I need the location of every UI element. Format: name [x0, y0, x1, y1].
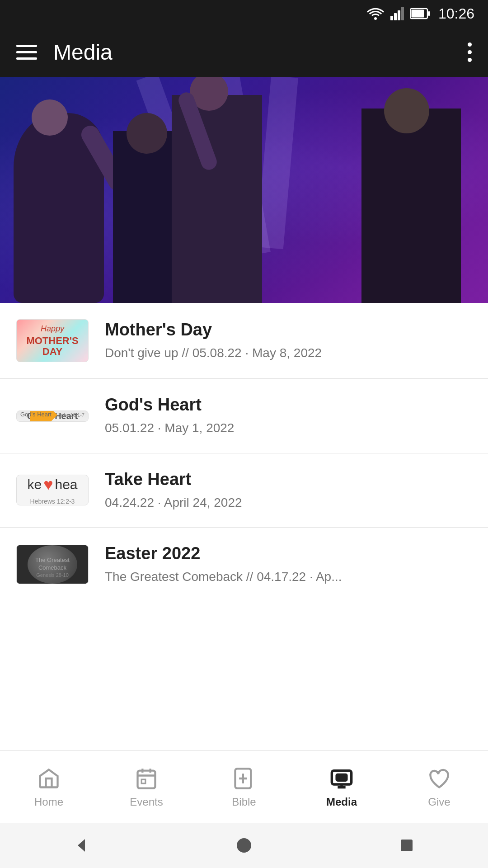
svg-rect-2 — [394, 13, 397, 20]
status-bar: 10:26 — [0, 0, 488, 27]
svg-point-0 — [374, 17, 377, 20]
more-options-button[interactable] — [468, 42, 472, 62]
media-item-easter-2022[interactable]: The GreatestComebackGenesis 28-10 Easter… — [0, 528, 488, 602]
page-title: Media — [53, 40, 451, 65]
bottom-navigation: Home Events Bible — [0, 750, 488, 823]
media-title-gods-heart: God's Heart — [105, 395, 472, 415]
media-info-easter-2022: Easter 2022 The Greatest Comeback // 04.… — [105, 544, 472, 585]
svg-rect-3 — [398, 10, 400, 20]
home-icon — [36, 766, 61, 791]
media-subtitle-gods-heart: 05.01.22 · May 1, 2022 — [105, 420, 472, 436]
media-title-easter-2022: Easter 2022 — [105, 544, 472, 563]
hero-image — [0, 77, 488, 303]
give-icon — [427, 766, 452, 791]
nav-label-give: Give — [428, 796, 450, 808]
hamburger-menu-button[interactable] — [16, 45, 37, 60]
events-icon — [134, 766, 159, 791]
svg-rect-12 — [337, 774, 347, 780]
thumbnail-mothers-day: Happy MOTHER'SDAY — [16, 319, 89, 362]
svg-rect-15 — [401, 840, 413, 851]
media-info-gods-heart: God's Heart 05.01.22 · May 1, 2022 — [105, 395, 472, 436]
battery-icon — [410, 8, 430, 19]
svg-rect-9 — [138, 770, 155, 788]
media-item-mothers-day[interactable]: Happy MOTHER'SDAY Mother's Day Don't giv… — [0, 303, 488, 379]
status-time: 10:26 — [438, 5, 474, 22]
home-circle-icon — [235, 836, 253, 854]
recents-square-icon — [399, 837, 415, 854]
nav-item-home[interactable]: Home — [0, 751, 98, 823]
media-subtitle-take-heart: 04.24.22 · April 24, 2022 — [105, 495, 472, 511]
nav-item-bible[interactable]: Bible — [195, 751, 293, 823]
back-arrow-icon — [72, 836, 90, 854]
svg-marker-13 — [78, 839, 85, 852]
home-button[interactable] — [230, 832, 258, 859]
nav-label-bible: Bible — [232, 796, 256, 808]
recents-button[interactable] — [393, 832, 420, 859]
thumbnail-take-heart: ke ♥ hea Hebrews 12:2-3 — [16, 475, 89, 505]
svg-rect-1 — [390, 16, 393, 20]
bible-icon — [231, 766, 257, 791]
media-title-mothers-day: Mother's Day — [105, 320, 472, 340]
media-subtitle-easter-2022: The Greatest Comeback // 04.17.22 · Ap..… — [105, 569, 472, 585]
system-navigation — [0, 823, 488, 868]
media-subtitle-mothers-day: Don't give up // 05.08.22 · May 8, 2022 — [105, 345, 472, 361]
media-item-gods-heart[interactable]: God's Heart God's Heart Luke 15:1-7 God'… — [0, 379, 488, 453]
thumbnail-easter-2022: The GreatestComebackGenesis 28-10 — [16, 545, 89, 584]
media-info-take-heart: Take Heart 04.24.22 · April 24, 2022 — [105, 470, 472, 511]
thumbnail-gods-heart: God's Heart God's Heart Luke 15:1-7 — [16, 410, 89, 422]
nav-item-events[interactable]: Events — [98, 751, 195, 823]
svg-rect-4 — [401, 7, 404, 20]
nav-label-events: Events — [130, 796, 163, 808]
back-button[interactable] — [68, 832, 95, 859]
nav-item-media[interactable]: Media — [293, 751, 390, 823]
app-bar: Media — [0, 27, 488, 77]
svg-point-14 — [237, 838, 251, 853]
media-info-mothers-day: Mother's Day Don't give up // 05.08.22 ·… — [105, 320, 472, 361]
media-icon — [329, 766, 354, 791]
wifi-icon — [367, 7, 384, 20]
nav-label-media: Media — [326, 796, 357, 808]
nav-item-give[interactable]: Give — [390, 751, 488, 823]
nav-label-home: Home — [34, 796, 63, 808]
media-title-take-heart: Take Heart — [105, 470, 472, 489]
status-icons — [367, 7, 430, 20]
media-list: Happy MOTHER'SDAY Mother's Day Don't giv… — [0, 303, 488, 602]
media-item-take-heart[interactable]: ke ♥ hea Hebrews 12:2-3 Take Heart 04.24… — [0, 453, 488, 528]
signal-icon — [390, 7, 404, 20]
svg-rect-7 — [428, 11, 430, 16]
svg-rect-6 — [411, 10, 424, 18]
